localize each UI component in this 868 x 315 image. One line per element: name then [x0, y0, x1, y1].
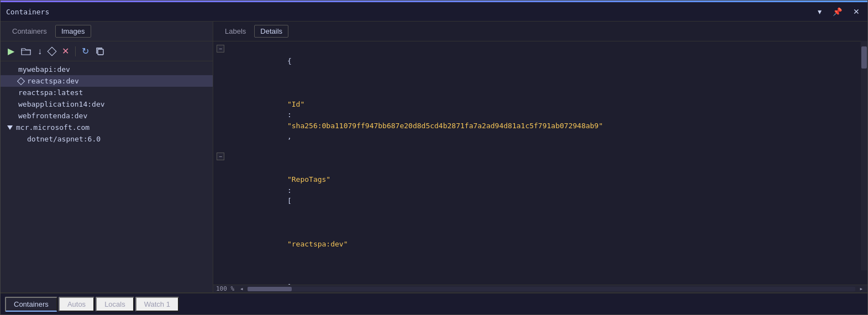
- tree-item-reactspa[interactable]: reactspa:dev: [1, 75, 213, 87]
- h-scroll-track: [248, 287, 856, 291]
- item-label: webfrontenda:dev: [18, 112, 87, 120]
- bottom-bar: Containers Autos Locals Watch 1: [1, 292, 867, 314]
- v-scroll-thumb[interactable]: [861, 46, 867, 69]
- json-content[interactable]: − { "Id" : "sha256:0ba11079ff947bb687e20…: [213, 41, 867, 285]
- item-label: reactspa:dev: [27, 77, 79, 85]
- json-line-4: "reactspa:dev": [213, 217, 867, 260]
- tree-item-webfrontenda[interactable]: webfrontenda:dev: [1, 110, 213, 122]
- left-panel: Containers Images ▶ ↓ ✕ ↻: [1, 22, 213, 292]
- refresh-button[interactable]: ↻: [80, 45, 91, 57]
- json-key-repotags: "RepoTags": [287, 175, 330, 183]
- h-scroll-left-arrow[interactable]: ◂: [238, 285, 245, 292]
- toolbar-separator: [75, 46, 76, 56]
- tab-containers[interactable]: Containers: [6, 25, 53, 38]
- h-scroll-right-arrow[interactable]: ▸: [858, 285, 865, 292]
- tab-details[interactable]: Details: [254, 25, 288, 38]
- left-toolbar: ▶ ↓ ✕ ↻: [1, 41, 213, 61]
- pin-button[interactable]: 📌: [830, 6, 844, 17]
- left-tab-row: Containers Images: [1, 22, 213, 41]
- line-content-1: {: [235, 45, 862, 77]
- bottom-tab-containers[interactable]: Containers: [5, 297, 57, 312]
- run-button[interactable]: ▶: [6, 45, 16, 57]
- json-comma-2: ,: [287, 132, 292, 140]
- item-label: mywebapi:dev: [18, 65, 70, 74]
- download-button[interactable]: ↓: [36, 45, 44, 57]
- tag-button[interactable]: [47, 47, 57, 56]
- collapse-btn-1[interactable]: −: [217, 45, 224, 53]
- json-key-id: "Id": [287, 100, 304, 108]
- line-content-2: "Id" : "sha256:0ba11079ff947bb687e20d8d5…: [235, 77, 862, 153]
- json-colon-2: :: [287, 111, 300, 119]
- item-label: webapplication14:dev: [18, 100, 105, 108]
- folder-button[interactable]: [19, 46, 33, 56]
- tree-item-mcr[interactable]: mcr.microsoft.com: [1, 122, 213, 133]
- json-line-2: "Id" : "sha256:0ba11079ff947bb687e20d8d5…: [213, 77, 867, 153]
- tab-labels[interactable]: Labels: [219, 25, 252, 38]
- json-line-3: − "RepoTags" : [: [213, 153, 867, 217]
- right-panel: Labels Details − {: [213, 22, 867, 292]
- item-label: mcr.microsoft.com: [16, 123, 90, 132]
- bottom-tab-locals[interactable]: Locals: [96, 297, 134, 312]
- tab-images[interactable]: Images: [55, 25, 91, 38]
- line-content-3: "RepoTags" : [: [235, 153, 862, 217]
- right-tab-row: Labels Details: [213, 22, 867, 41]
- json-val-reactspa: "reactspa:dev": [287, 240, 348, 248]
- diamond-icon: [17, 77, 25, 85]
- tree-item-dotnet[interactable]: dotnet/aspnet:6.0: [1, 133, 213, 145]
- bottom-tab-autos[interactable]: Autos: [59, 297, 94, 312]
- item-label: dotnet/aspnet:6.0: [27, 135, 101, 143]
- title-bar-left: Containers: [6, 8, 49, 16]
- copy-button[interactable]: [94, 46, 106, 57]
- image-tree-list: mywebapi:dev reactspa:dev reactspa:lates…: [1, 61, 213, 292]
- collapse-btn-3[interactable]: −: [217, 153, 224, 160]
- line-content-5: ],: [235, 260, 862, 285]
- line-content-4: "reactspa:dev": [235, 217, 862, 260]
- tree-item-webapplication14[interactable]: webapplication14:dev: [1, 98, 213, 110]
- json-line-5: ],: [213, 260, 867, 285]
- bottom-tab-watch1[interactable]: Watch 1: [135, 297, 179, 312]
- svg-rect-0: [98, 49, 103, 55]
- gutter-1: −: [213, 45, 235, 53]
- h-scroll-bar: 100 % ◂ ▸: [213, 285, 867, 292]
- dropdown-button[interactable]: ▾: [816, 6, 824, 17]
- tree-item-reactspa-latest[interactable]: reactspa:latest: [1, 87, 213, 98]
- gutter-3: −: [213, 153, 235, 160]
- main-section: Containers Images ▶ ↓ ✕ ↻: [1, 22, 867, 292]
- title-bar-right: ▾ 📌 ✕: [816, 6, 862, 17]
- window-title: Containers: [6, 8, 49, 16]
- delete-button[interactable]: ✕: [60, 45, 71, 57]
- brace-open: {: [287, 57, 292, 65]
- h-scroll-thumb[interactable]: [248, 287, 292, 291]
- item-label: reactspa:latest: [18, 88, 83, 97]
- json-line-1: − {: [213, 45, 867, 77]
- zoom-label: 100 %: [216, 285, 238, 292]
- main-window: Containers ▾ 📌 ✕ Containers Images ▶ ↓: [0, 0, 868, 315]
- close-button[interactable]: ✕: [851, 6, 862, 17]
- expand-icon: [7, 125, 13, 130]
- v-scroll-bar: [861, 41, 867, 270]
- title-bar: Containers ▾ 📌 ✕: [1, 2, 867, 22]
- json-val-id: "sha256:0ba11079ff947bb687e20d8d5cd4b287…: [287, 122, 603, 130]
- tree-item-mywebapi[interactable]: mywebapi:dev: [1, 64, 213, 75]
